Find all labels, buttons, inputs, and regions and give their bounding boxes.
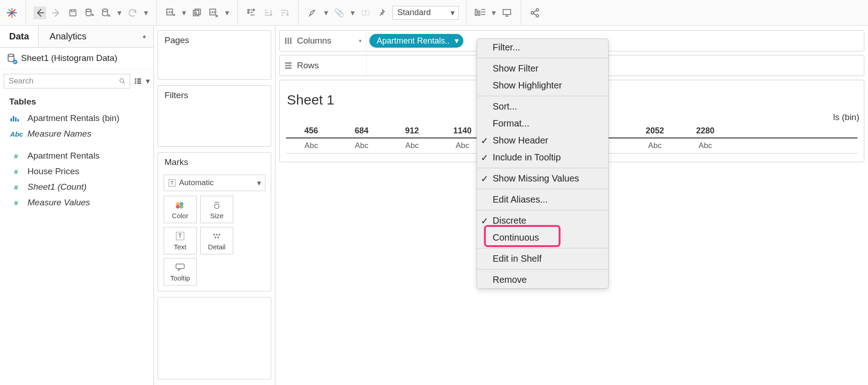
bin-icon (10, 115, 22, 122)
menu-discrete[interactable]: ✓Discrete (477, 212, 608, 229)
pages-card[interactable]: Pages (158, 30, 271, 80)
dropdown-caret-icon[interactable]: ▾ (181, 6, 187, 19)
check-icon: ✓ (481, 215, 489, 226)
dropdown-caret-icon[interactable]: ▾ (224, 6, 230, 19)
show-me-button[interactable] (474, 6, 487, 19)
duplicate-sheet-button[interactable] (191, 6, 203, 19)
main-toolbar: ▾ ▾ ▾ ▾ ▾ 📎 ▾ T Standard ▾ (0, 0, 868, 26)
mark-tooltip-button[interactable]: Tooltip (164, 258, 197, 286)
svg-rect-31 (13, 116, 14, 121)
svg-rect-50 (285, 67, 291, 69)
field-measure-values[interactable]: # Measure Values (0, 195, 154, 210)
pill-context-menu: Filter... Show Filter Show Highlighter S… (477, 38, 609, 289)
svg-rect-46 (288, 38, 289, 44)
menu-continuous[interactable]: Continuous (477, 229, 608, 246)
sort-desc-button[interactable] (278, 6, 291, 19)
pause-data-button[interactable] (99, 6, 112, 19)
svg-point-43 (217, 236, 219, 238)
sort-asc-button[interactable] (262, 6, 275, 19)
svg-point-42 (214, 236, 216, 238)
mark-type-select[interactable]: T Automatic (164, 175, 265, 191)
swap-axes-button[interactable] (245, 6, 258, 19)
svg-point-37 (180, 205, 183, 209)
field-house-prices[interactable]: # House Prices (0, 164, 154, 179)
new-datasource-button[interactable] (83, 6, 96, 19)
datasource-item[interactable]: Sheet1 (Histogram Data) (0, 48, 154, 69)
fields-list: Apartment Rentals (bin) Abc Measure Name… (0, 110, 154, 210)
svg-rect-32 (15, 117, 16, 121)
label-button[interactable]: T (359, 6, 372, 19)
mark-size-button[interactable]: Size (200, 196, 233, 223)
mark-detail-button[interactable]: Detail (200, 227, 233, 254)
dropdown-caret-icon[interactable]: ▾ (323, 6, 329, 19)
check-icon: ✓ (481, 135, 489, 146)
menu-edit-in-shelf[interactable]: Edit in Shelf (477, 250, 608, 267)
dropdown-caret-icon[interactable]: ▾ (349, 6, 356, 19)
cards-panel: Pages Filters Marks T Automatic Color (154, 26, 275, 385)
mark-color-button[interactable]: Color (164, 196, 197, 223)
menu-include-tooltip[interactable]: ✓Include in Tooltip (477, 149, 608, 166)
menu-show-highlighter[interactable]: Show Highlighter (477, 77, 608, 94)
attach-button[interactable]: 📎 (333, 6, 346, 19)
database-icon (6, 53, 16, 63)
fit-dropdown[interactable]: Standard (392, 6, 459, 20)
refresh-button[interactable] (126, 6, 139, 19)
field-menu-caret-icon[interactable]: ▾ (146, 76, 150, 86)
save-button[interactable] (66, 6, 79, 19)
check-icon: ✓ (481, 173, 489, 184)
dropdown-caret-icon[interactable]: ▾ (490, 6, 497, 19)
abc-icon: Abc (10, 130, 22, 138)
svg-point-5 (86, 9, 91, 11)
menu-sort[interactable]: Sort... (477, 98, 608, 115)
menu-show-header[interactable]: ✓Show Header (477, 132, 608, 149)
data-panel: Data Analytics Sheet1 (Histogram Data) S… (0, 26, 154, 385)
svg-point-6 (103, 9, 108, 11)
svg-rect-47 (290, 38, 291, 44)
back-button[interactable] (33, 6, 46, 19)
menu-edit-aliases[interactable]: Edit Aliases... (477, 191, 608, 208)
menu-filter[interactable]: Filter... (477, 39, 608, 56)
svg-rect-4 (70, 10, 76, 16)
svg-rect-12 (248, 12, 249, 13)
field-measure-names[interactable]: Abc Measure Names (0, 126, 154, 142)
chevron-down-icon: ▾ (359, 38, 362, 44)
menu-show-missing[interactable]: ✓Show Missing Values (477, 170, 608, 187)
highlight-button[interactable] (306, 6, 319, 19)
search-icon (119, 77, 126, 85)
dropdown-caret-icon[interactable]: ▾ (143, 6, 149, 19)
field-sheet1-count[interactable]: # Sheet1 (Count) (0, 179, 154, 195)
marks-card: Marks T Automatic Color Size (158, 152, 271, 292)
search-input[interactable]: Search (4, 74, 130, 88)
mark-text-button[interactable]: T Text (164, 227, 197, 254)
field-apartment-rentals[interactable]: # Apartment Rentals (0, 148, 154, 164)
hash-icon: # (10, 168, 22, 176)
text-type-icon: T (169, 179, 176, 187)
svg-rect-24 (135, 78, 136, 80)
svg-rect-17 (503, 9, 511, 14)
svg-rect-15 (475, 9, 477, 15)
menu-format[interactable]: Format... (477, 115, 608, 132)
dropdown-caret-icon[interactable]: ▾ (116, 6, 122, 19)
menu-remove[interactable]: Remove (477, 271, 608, 288)
tab-data[interactable]: Data (0, 26, 38, 47)
detail-icon (212, 231, 221, 241)
view-list-icon[interactable] (134, 77, 142, 85)
tableau-logo-icon (5, 6, 18, 19)
svg-point-36 (176, 205, 180, 209)
menu-show-filter[interactable]: Show Filter (477, 60, 608, 77)
field-apartment-rentals-bin[interactable]: Apartment Rentals (bin) (0, 110, 154, 126)
tab-analytics[interactable]: Analytics (38, 26, 154, 47)
filters-card[interactable]: Filters (158, 85, 271, 147)
svg-rect-11 (248, 9, 249, 11)
clear-sheet-button[interactable] (207, 6, 220, 19)
pin-button[interactable] (376, 6, 389, 19)
svg-point-39 (213, 234, 215, 236)
datasource-label: Sheet1 (Histogram Data) (21, 53, 117, 63)
presentation-button[interactable] (500, 6, 513, 19)
columns-pill-apartment-rentals[interactable]: Apartment Rentals.. (369, 34, 463, 48)
new-worksheet-button[interactable] (164, 6, 177, 19)
share-button[interactable] (528, 6, 541, 19)
columns-icon (284, 37, 292, 45)
forward-button[interactable] (50, 6, 63, 19)
marks-shelf-empty[interactable] (158, 297, 271, 380)
